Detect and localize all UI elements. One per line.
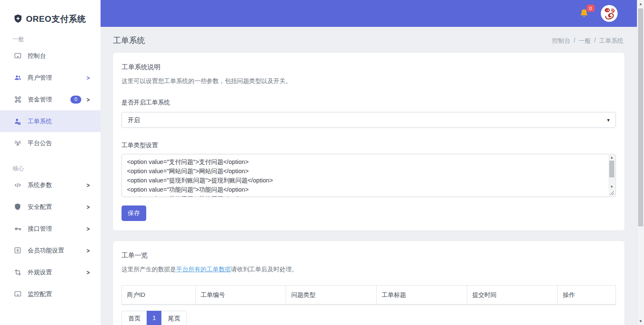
- sidebar-item-system-params[interactable]: 系统参数 >: [0, 174, 101, 196]
- column-header-actions: 操作: [557, 285, 616, 304]
- pagination-last-button[interactable]: 尾页: [161, 311, 187, 325]
- command-icon: [13, 95, 22, 104]
- sidebar-item-member-functions[interactable]: $ 会员功能设置 >: [0, 239, 101, 261]
- key-icon: [13, 224, 22, 233]
- sidebar-item-monitoring[interactable]: 监控配置: [0, 283, 101, 305]
- select-caret-icon: ▼: [606, 118, 610, 122]
- scroll-up-arrow-icon[interactable]: ▲: [608, 156, 615, 159]
- monitor-icon: [13, 52, 22, 60]
- ticket-toggle-selected-value: 开启: [128, 116, 140, 124]
- sidebar-item-label: 工单系统: [28, 117, 52, 125]
- breadcrumb-current: 工单系统: [599, 37, 623, 45]
- ticket-list-card: 工单一览 这里所产生的数据是平台所有的工单数据请收到工单后及时处理。 商户ID …: [113, 241, 624, 325]
- topbar: 0: [101, 0, 637, 27]
- chevron-right-icon: >: [86, 225, 90, 232]
- app-title: OREO支付系统: [26, 13, 86, 25]
- chevron-right-icon: >: [86, 247, 90, 254]
- avatar-art: [601, 5, 618, 22]
- user-gear-icon: [13, 117, 22, 125]
- breadcrumb-separator: /: [594, 37, 596, 45]
- sidebar-item-label: 控制台: [28, 52, 46, 60]
- chevron-right-icon: >: [86, 203, 90, 210]
- breadcrumb: 控制台 / 一般 / 工单系统: [552, 37, 623, 45]
- code-icon: [13, 181, 22, 189]
- textarea-scrollbar-thumb[interactable]: [609, 161, 614, 177]
- ticket-types-value: <option value="支付问题">支付问题</option> <opti…: [122, 154, 608, 197]
- users-icon: [13, 73, 22, 82]
- sidebar-item-label: 安全配置: [28, 203, 52, 211]
- scroll-down-arrow-icon[interactable]: ▼: [637, 319, 644, 323]
- sidebar-item-label: 资金管理: [28, 96, 52, 104]
- scroll-down-arrow-icon[interactable]: ▼: [608, 185, 615, 189]
- notifications-button[interactable]: 0: [579, 8, 590, 19]
- settings-card-title: 工单系统说明: [122, 63, 616, 72]
- sidebar-item-label: 接口管理: [28, 225, 52, 233]
- save-button[interactable]: 保存: [122, 205, 146, 221]
- crop-frame-icon: [13, 268, 22, 276]
- sidebar-item-console[interactable]: 控制台: [0, 45, 101, 67]
- column-header-ticket-number: 工单编号: [195, 285, 286, 304]
- ticket-types-label: 工单类型设置: [122, 141, 616, 149]
- sidebar-item-merchants[interactable]: 商户管理 >: [0, 67, 101, 88]
- orders-card-title: 工单一览: [122, 251, 616, 260]
- settings-card-description: 这里可以设置您工单系统的一些参数，包括问题类型以及开关。: [122, 77, 616, 85]
- scroll-up-arrow-icon[interactable]: ▲: [637, 2, 644, 6]
- sidebar-section-general: 一般: [0, 25, 101, 45]
- sidebar-section-core: 核心: [0, 154, 101, 174]
- column-header-submit-time: 提交时间: [467, 285, 557, 304]
- breadcrumb-separator: /: [574, 37, 575, 45]
- resize-grip-icon[interactable]: [608, 189, 615, 196]
- page-scrollbar-thumb[interactable]: [638, 8, 643, 226]
- main-content: 工单系统 控制台 / 一般 / 工单系统 工单系统说明 这里可以设置您工单系统的…: [101, 27, 637, 325]
- sidebar-item-api[interactable]: 接口管理 >: [0, 218, 101, 239]
- sidebar: OREO支付系统 一般 控制台 商户管理 > 资金管理 0 > 工单系统 平台公…: [0, 0, 101, 325]
- pagination-page-1-button[interactable]: 1: [147, 311, 162, 325]
- orders-desc-prefix: 这里所产生的数据是: [122, 266, 176, 273]
- broadcast-icon: [13, 139, 22, 147]
- all-tickets-link[interactable]: 平台所有的工单数据: [176, 266, 231, 273]
- ticket-types-textarea[interactable]: <option value="支付问题">支付问题</option> <opti…: [122, 154, 616, 197]
- sidebar-item-funds[interactable]: 资金管理 0 >: [0, 88, 101, 110]
- page-header: 工单系统 控制台 / 一般 / 工单系统: [113, 27, 624, 53]
- chevron-right-icon: >: [86, 74, 90, 81]
- column-header-issue-type: 问题类型: [286, 285, 376, 304]
- page-scrollbar[interactable]: ▲ ▼: [637, 0, 644, 325]
- sidebar-item-tickets[interactable]: 工单系统: [0, 110, 101, 132]
- ticket-settings-card: 工单系统说明 这里可以设置您工单系统的一些参数，包括问题类型以及开关。 是否开启…: [113, 53, 624, 230]
- sidebar-item-announcements[interactable]: 平台公告: [0, 132, 101, 154]
- tickets-table-header: 商户ID 工单编号 问题类型 工单标题 提交时间 操作: [122, 285, 616, 305]
- sidebar-item-appearance[interactable]: 外观设置 >: [0, 261, 101, 283]
- ticket-toggle-label: 是否开启工单系统: [122, 99, 616, 107]
- orders-card-description: 这里所产生的数据是平台所有的工单数据请收到工单后及时处理。: [122, 265, 616, 273]
- ticket-toggle-select[interactable]: 开启 ▼: [122, 112, 616, 128]
- svg-text:$: $: [16, 248, 18, 252]
- shield-icon: [13, 203, 22, 211]
- bell-icon: [579, 12, 589, 19]
- column-header-ticket-title: 工单标题: [376, 285, 467, 304]
- sidebar-item-label: 监控配置: [28, 290, 52, 298]
- notification-count-badge: 0: [587, 5, 595, 12]
- breadcrumb-general[interactable]: 一般: [579, 37, 591, 45]
- funds-count-badge: 0: [70, 96, 81, 104]
- sidebar-item-label: 外观设置: [28, 268, 52, 276]
- orders-desc-suffix: 请收到工单后及时处理。: [231, 266, 298, 273]
- chevron-right-icon: >: [86, 96, 90, 103]
- sidebar-item-label: 商户管理: [28, 74, 52, 82]
- breadcrumb-console[interactable]: 控制台: [552, 37, 570, 45]
- page-title: 工单系统: [113, 35, 145, 46]
- column-header-merchant-id: 商户ID: [122, 285, 195, 304]
- textarea-scrollbar[interactable]: ▲ ▼: [608, 155, 615, 190]
- sidebar-item-security[interactable]: 安全配置 >: [0, 196, 101, 218]
- monitor-icon: [13, 290, 22, 298]
- sidebar-item-label: 平台公告: [28, 139, 52, 147]
- chevron-right-icon: >: [86, 268, 90, 276]
- app-logo[interactable]: OREO支付系统: [0, 0, 101, 25]
- chevron-right-icon: >: [86, 181, 90, 188]
- pagination: 首页 1 尾页: [122, 311, 616, 325]
- pagination-first-button[interactable]: 首页: [122, 311, 147, 325]
- shield-star-icon: [13, 14, 23, 25]
- sidebar-item-label: 系统参数: [28, 181, 52, 189]
- user-avatar[interactable]: [601, 5, 618, 22]
- sidebar-item-label: 会员功能设置: [28, 247, 64, 255]
- dollar-square-icon: $: [13, 246, 22, 255]
